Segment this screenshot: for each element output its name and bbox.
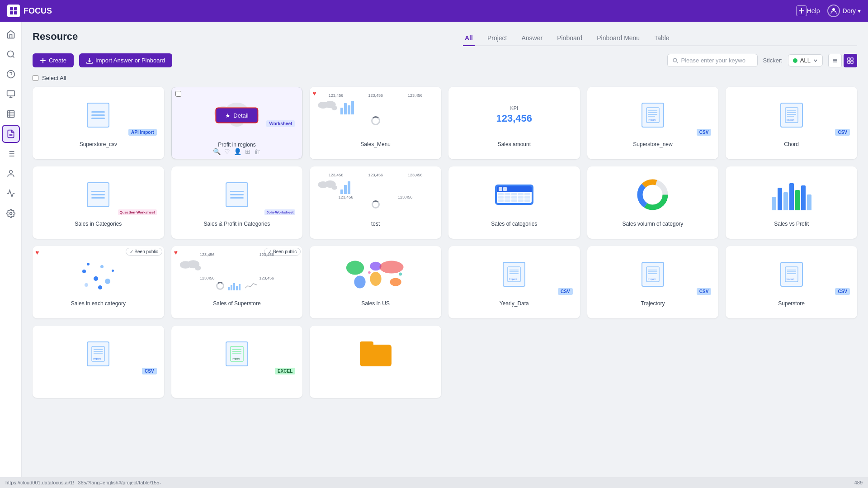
sticker-select[interactable]: ALL — [788, 54, 823, 66]
sidebar-item-table[interactable] — [2, 105, 20, 123]
search-action-icon[interactable]: 🔍 — [213, 148, 221, 155]
card-row3-2[interactable]: Import EXCEL — [171, 326, 303, 398]
svg-point-75 — [368, 271, 371, 274]
svg-text:Import: Import — [787, 278, 794, 280]
resource-header: Resource All Project Answer Pinboard Pin… — [33, 31, 857, 46]
app-name: FOCUS — [24, 6, 52, 16]
import-button[interactable]: Import Answer or Pinboard — [79, 53, 172, 67]
import-table-icon2: Import — [780, 103, 803, 128]
sidebar-item-user[interactable] — [2, 165, 20, 183]
card-checkbox-profit[interactable] — [175, 91, 181, 97]
create-button[interactable]: Create — [33, 53, 74, 67]
user-menu[interactable]: Dory ▾ — [827, 5, 861, 17]
card-superstore-csv[interactable]: API Import Superstore_csv — [33, 87, 164, 159]
search-icon — [672, 57, 679, 64]
sidebar-item-home[interactable] — [2, 25, 20, 43]
database-icon3 — [226, 182, 248, 207]
tab-pinboard-menu[interactable]: Pinboard Menu — [595, 31, 642, 46]
import-icon-superstore2: Import — [780, 262, 803, 287]
folder-icon — [360, 341, 392, 366]
card-sales-us[interactable]: Sales in US — [310, 246, 441, 318]
detail-button[interactable]: ★ Detail — [215, 108, 258, 123]
kpi-label: KPI — [496, 105, 533, 111]
svg-point-68 — [194, 265, 201, 270]
tabs-bar: All Project Answer Pinboard Pinboard Men… — [463, 31, 857, 46]
card-superstore2[interactable]: Import CSV Superstore — [726, 246, 857, 318]
card-folder[interactable] — [310, 326, 441, 398]
select-all-label[interactable]: Select All — [42, 75, 66, 81]
card-sales-menu[interactable]: ♥ 123,456123,456123,456 — [310, 87, 441, 159]
sidebar-item-monitor[interactable] — [2, 85, 20, 103]
sticker-dot — [793, 58, 797, 63]
statusbar: https://cloud001.datafocus.ai/1! 365/?la… — [0, 477, 868, 488]
badge-api-import: API Import — [128, 129, 157, 136]
card-sales-in-categories[interactable]: Question-Worksheet Sales in Categories — [33, 166, 164, 239]
card-yearly-data[interactable]: Import CSV Yearly_Data — [448, 246, 580, 318]
tab-all[interactable]: All — [463, 31, 475, 46]
card-row3-1[interactable]: Import CSV — [33, 326, 164, 398]
card-sales-volumn[interactable]: Sales volumn of category — [587, 166, 719, 239]
grid-view-button[interactable] — [844, 54, 857, 67]
card-preview-row3-1: Import CSV — [38, 331, 159, 376]
content-area: Resource All Project Answer Pinboard Pin… — [22, 22, 868, 477]
sidebar-item-analytics[interactable] — [2, 185, 20, 203]
search-box[interactable]: Please enter your keywo — [667, 54, 758, 67]
svg-rect-14 — [7, 111, 14, 118]
chevron-down-icon — [813, 58, 818, 63]
card-test[interactable]: 123,456123,456123,456 — [310, 166, 441, 239]
tab-pinboard[interactable]: Pinboard — [555, 31, 584, 46]
sidebar-item-search[interactable] — [2, 45, 20, 63]
donut-chart — [636, 178, 670, 212]
card-sales-profit-categories[interactable]: Join-Worksheet Sales & Profit in Categor… — [171, 166, 303, 239]
card-superstore-new[interactable]: Import CSV Superstore_new — [587, 87, 719, 159]
card-title: Superstore_csv — [38, 141, 159, 147]
card-preview-scatter — [38, 251, 159, 297]
card-chord[interactable]: Import CSV Chord — [726, 87, 857, 159]
sticker-label: Sticker: — [763, 57, 783, 64]
svg-rect-37 — [848, 61, 850, 63]
world-map-svg — [344, 254, 407, 294]
card-trajectory[interactable]: Import CSV Trajectory — [587, 246, 719, 318]
card-sales-superstore[interactable]: ♥ ✓ Been public 123,456123,456 — [171, 246, 303, 318]
svg-point-76 — [399, 273, 402, 276]
sidebar-item-pinboard[interactable] — [2, 125, 20, 143]
svg-point-30 — [673, 58, 677, 62]
main-layout: Resource All Project Answer Pinboard Pin… — [0, 22, 868, 477]
svg-rect-1 — [14, 7, 17, 10]
card-sales-amount[interactable]: KPI 123,456 Sales amount — [448, 87, 580, 159]
list-view-button[interactable] — [828, 54, 842, 67]
card-title: Sales volumn of category — [593, 221, 713, 227]
tab-table[interactable]: Table — [652, 31, 671, 46]
card-sales-each-category[interactable]: ♥ ✓ Been public Sale — [33, 246, 164, 318]
svg-rect-2 — [10, 11, 13, 14]
select-all-checkbox[interactable] — [33, 75, 38, 81]
tab-answer[interactable]: Answer — [519, 31, 544, 46]
card-preview-kpi: KPI 123,456 — [454, 92, 575, 137]
heart-action-icon[interactable]: ♡ — [224, 148, 230, 155]
copy-action-icon[interactable]: ⊞ — [245, 148, 250, 155]
sidebar-item-list[interactable] — [2, 145, 20, 163]
database-icon2 — [87, 182, 109, 207]
sidebar-item-question[interactable] — [2, 65, 20, 83]
import-icon-trajectory: Import — [642, 262, 664, 287]
card-preview-test: 123,456123,456123,456 — [315, 172, 436, 217]
card-sales-of-categories[interactable]: Sales of categories — [448, 166, 580, 239]
card-preview-yearly: Import CSV — [454, 251, 575, 297]
card-preview-superstore-csv: API Import — [38, 92, 159, 137]
badge-csv: CSV — [697, 129, 712, 136]
share-action-icon[interactable]: 👤 — [234, 148, 241, 155]
import-table-icon: Import — [642, 103, 664, 128]
delete-action-icon[interactable]: 🗑 — [254, 148, 260, 155]
card-preview-calendar — [454, 172, 575, 217]
help-label[interactable]: Help — [807, 7, 820, 14]
card-sales-vs-profit[interactable]: Sales vs Profit — [726, 166, 857, 239]
detail-star-icon: ★ — [225, 112, 231, 119]
card-profit-in-regions[interactable]: ★ Detail Worksheet 🔍 ♡ 👤 ⊞ 🗑 Profit in r… — [171, 87, 303, 159]
topbar-add-button[interactable] — [796, 5, 807, 16]
card-title: Sales in Categories — [38, 221, 159, 227]
svg-rect-11 — [7, 91, 14, 96]
badge-csv6: CSV — [142, 368, 157, 374]
tab-project[interactable]: Project — [486, 31, 509, 46]
sidebar-item-settings[interactable] — [2, 204, 20, 223]
card-preview-bar — [731, 172, 852, 217]
